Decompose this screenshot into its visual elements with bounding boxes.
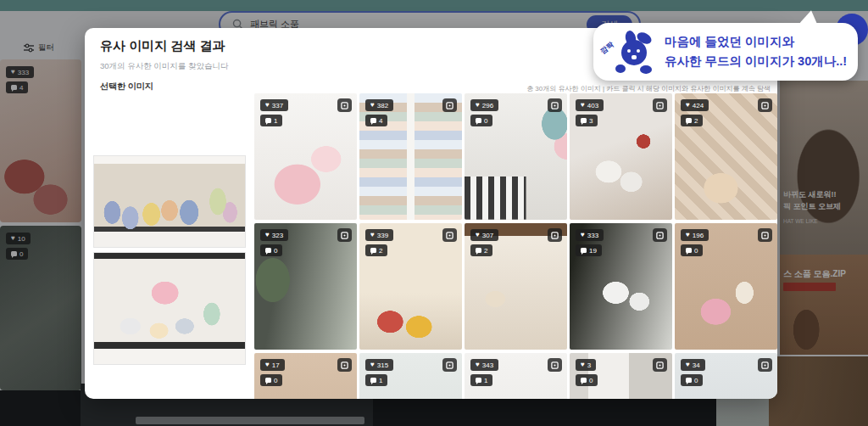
comment-badge: 4 xyxy=(365,115,387,126)
bookmark-icon[interactable] xyxy=(337,228,352,242)
like-badge: ♥343 xyxy=(470,359,498,371)
heart-icon: ♥ xyxy=(686,102,690,109)
bookmark-icon[interactable] xyxy=(758,98,772,112)
like-badge: ♥3 xyxy=(576,359,596,371)
modal-subtitle: 30개의 유사한 이미지를 찾았습니다 xyxy=(100,61,229,72)
heart-icon: ♥ xyxy=(581,232,585,238)
heart-icon: ♥ xyxy=(476,232,480,238)
bookmark-icon[interactable] xyxy=(758,228,772,242)
selected-image-bottom xyxy=(93,252,246,365)
comment-badge: 2 xyxy=(470,244,492,256)
comment-badge: 0 xyxy=(681,374,703,386)
bookmark-icon[interactable] xyxy=(548,358,562,372)
comment-badge: 3 xyxy=(576,115,598,126)
bookmark-icon[interactable] xyxy=(442,358,457,372)
modal-title: 유사 이미지 검색 결과 xyxy=(100,38,225,54)
heart-icon: ♥ xyxy=(265,232,270,238)
like-badge: ♥315 xyxy=(365,359,393,371)
comment-badge: 0 xyxy=(260,244,282,256)
comment-icon xyxy=(581,118,587,123)
bookmark-icon[interactable] xyxy=(548,228,562,242)
bookmark-icon[interactable] xyxy=(653,228,667,242)
similar-image-card[interactable]: ♥17 0 xyxy=(254,353,357,399)
comment-icon xyxy=(265,248,271,253)
comment-badge: 0 xyxy=(576,374,598,386)
comment-badge: 0 xyxy=(260,374,282,386)
similar-image-card[interactable]: ♥424 2 xyxy=(675,93,777,220)
comment-icon xyxy=(686,248,692,253)
heart-icon: ♥ xyxy=(370,362,375,368)
bookmark-icon[interactable] xyxy=(653,358,667,372)
grid-note: 총 30개의 유사한 이미지 | 카드 클릭 시 해당 이미지와 유사한 이미지… xyxy=(526,84,771,93)
comment-badge: 0 xyxy=(681,244,703,256)
heart-icon: ♥ xyxy=(370,102,375,109)
similar-image-card[interactable]: ♥337 1 xyxy=(254,93,357,220)
selected-image-label: 선택한 이미지 xyxy=(100,81,153,92)
comment-icon xyxy=(686,118,692,123)
like-badge: ♥34 xyxy=(681,359,705,371)
comment-badge: 1 xyxy=(365,374,387,386)
bookmark-icon[interactable] xyxy=(758,358,772,372)
speech-bubble-text: 마음에 들었던 이미지와 유사한 무드의 이미지가 30개나..! xyxy=(665,32,847,71)
bookmark-icon[interactable] xyxy=(442,98,457,112)
bookmark-icon[interactable] xyxy=(548,98,562,112)
screen: 패브릭 소품 검색 필터 ♥333 4 ♥10 0 바뀌도 새로워!! 픽 포인… xyxy=(0,0,868,426)
mascot-speech-bubble: 깜짝 마음에 들었던 이미지와 유사한 무드의 이미지가 30개나..! xyxy=(593,23,858,81)
comment-badge: 2 xyxy=(365,244,387,256)
like-badge: ♥196 xyxy=(681,229,709,241)
similar-image-card[interactable]: ♥315 1 xyxy=(359,353,462,399)
similar-image-card[interactable]: ♥296 0 xyxy=(465,93,567,220)
comment-icon xyxy=(476,118,481,123)
similar-image-card[interactable]: ♥333 19 xyxy=(570,223,672,350)
comment-icon xyxy=(370,378,376,383)
bookmark-icon[interactable] xyxy=(442,228,457,242)
heart-icon: ♥ xyxy=(370,232,375,238)
bunny-mascot-icon xyxy=(612,30,659,76)
comment-icon xyxy=(581,248,587,253)
similar-image-card[interactable]: ♥307 2 xyxy=(465,223,567,350)
comment-badge: 19 xyxy=(576,244,602,256)
comment-icon xyxy=(265,378,271,383)
similar-image-card[interactable]: ♥403 3 xyxy=(570,93,672,220)
similar-image-card[interactable]: ♥196 0 xyxy=(675,223,777,350)
heart-icon: ♥ xyxy=(476,362,480,368)
similar-image-grid: ♥337 1 ♥382 4 ♥296 0 ♥403 3 ♥424 2 xyxy=(254,93,777,399)
selected-image-top xyxy=(93,155,246,248)
like-badge: ♥333 xyxy=(576,229,604,241)
similar-image-search-modal: 유사 이미지 검색 결과 30개의 유사한 이미지를 찾았습니다 선택한 이미지… xyxy=(85,28,777,399)
similar-image-card[interactable]: ♥343 1 xyxy=(465,353,567,399)
heart-icon: ♥ xyxy=(265,362,270,368)
comment-icon xyxy=(476,378,481,383)
bookmark-icon[interactable] xyxy=(337,98,352,112)
heart-icon: ♥ xyxy=(265,102,270,109)
comment-badge: 1 xyxy=(260,115,282,126)
like-badge: ♥296 xyxy=(470,99,498,111)
comment-badge: 0 xyxy=(470,115,492,126)
heart-icon: ♥ xyxy=(581,362,585,368)
bookmark-icon[interactable] xyxy=(653,98,667,112)
comment-icon xyxy=(370,248,376,253)
heart-icon: ♥ xyxy=(476,102,480,109)
heart-icon: ♥ xyxy=(581,102,585,109)
like-badge: ♥339 xyxy=(365,229,393,241)
similar-image-card[interactable]: ♥382 4 xyxy=(359,93,462,220)
comment-badge: 2 xyxy=(681,115,703,126)
speech-line-2: 유사한 무드의 이미지가 30개나..! xyxy=(665,52,847,71)
similar-image-card[interactable]: ♥339 2 xyxy=(359,223,462,350)
similar-image-card[interactable]: ♥3 0 xyxy=(570,353,672,399)
heart-icon: ♥ xyxy=(686,362,690,368)
bookmark-icon[interactable] xyxy=(337,358,352,372)
similar-image-card[interactable]: ♥323 0 xyxy=(254,223,357,350)
like-badge: ♥403 xyxy=(576,99,604,111)
like-badge: ♥17 xyxy=(260,359,285,371)
comment-icon xyxy=(686,378,692,383)
heart-icon: ♥ xyxy=(686,232,690,238)
like-badge: ♥382 xyxy=(365,99,393,111)
like-badge: ♥424 xyxy=(681,99,709,111)
comment-badge: 1 xyxy=(470,374,492,386)
comment-icon xyxy=(265,118,271,123)
speech-line-1: 마음에 들었던 이미지와 xyxy=(665,32,847,52)
similar-image-card[interactable]: ♥34 0 xyxy=(675,353,777,399)
like-badge: ♥307 xyxy=(470,229,498,241)
comment-icon xyxy=(476,248,481,253)
